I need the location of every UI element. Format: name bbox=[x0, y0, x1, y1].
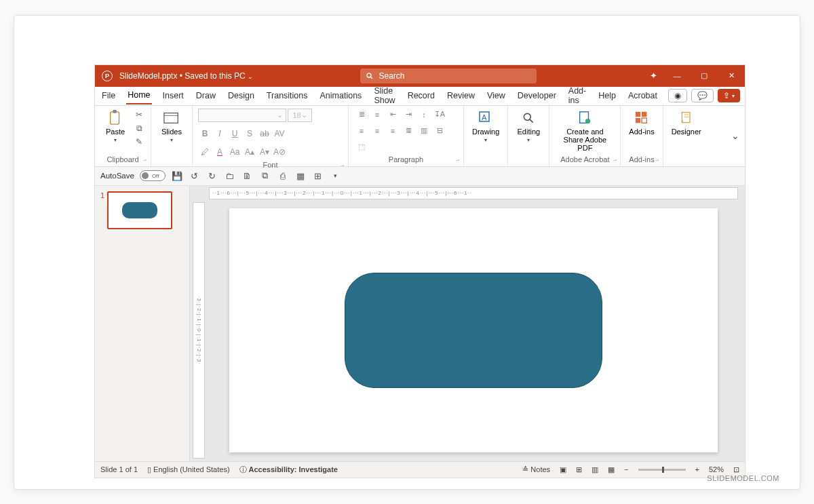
bullets-button[interactable]: ≣ bbox=[354, 109, 369, 121]
rounded-rectangle-shape[interactable] bbox=[345, 273, 602, 388]
search-box[interactable]: Search bbox=[360, 69, 537, 83]
camera-button[interactable]: ◉ bbox=[668, 89, 687, 102]
svg-rect-15 bbox=[642, 118, 646, 123]
copy-button[interactable]: ⧉ bbox=[133, 122, 145, 134]
font-color-button[interactable]: A bbox=[213, 145, 227, 159]
search-icon bbox=[366, 72, 374, 80]
designer-button[interactable]: Designer bbox=[669, 109, 704, 137]
highlight-button[interactable]: 🖊 bbox=[198, 145, 212, 159]
justify-button[interactable]: ≣ bbox=[401, 125, 416, 137]
slide-counter[interactable]: Slide 1 of 1 bbox=[100, 465, 138, 473]
accessibility-indicator[interactable]: ⓘAccessibility: Investigate bbox=[239, 465, 338, 475]
indent-dec-button[interactable]: ⇤ bbox=[385, 109, 400, 121]
shadow-button[interactable]: S bbox=[243, 127, 256, 140]
reading-view-button[interactable]: ▥ bbox=[592, 465, 598, 474]
addins-button[interactable]: Add-ins bbox=[626, 109, 657, 137]
save-button[interactable]: 💾 bbox=[171, 170, 183, 182]
changecase-button[interactable]: Aa bbox=[228, 145, 241, 159]
vertical-ruler[interactable]: ·3·|·2·|·1·|·0·|·1·|·2·|·3· bbox=[193, 202, 205, 459]
text-direction-button[interactable]: ↧A bbox=[432, 109, 447, 121]
search-placeholder: Search bbox=[379, 71, 405, 81]
convert-smartart-button[interactable]: ⬚ bbox=[354, 141, 369, 153]
paste-icon bbox=[107, 110, 123, 126]
copilot-icon[interactable]: ✦ bbox=[643, 71, 663, 81]
undo-button[interactable]: ↺ bbox=[189, 170, 201, 182]
document-title[interactable]: SlideModel.pptx • Saved to this PC ⌄ bbox=[119, 71, 253, 81]
qat-open-button[interactable]: 🗀 bbox=[224, 170, 236, 182]
svg-line-9 bbox=[530, 119, 533, 123]
paste-button[interactable]: Paste ▾ bbox=[100, 109, 130, 144]
tab-record[interactable]: Record bbox=[406, 88, 436, 104]
close-button[interactable]: ✕ bbox=[718, 65, 745, 87]
align-left-button[interactable]: ≡ bbox=[354, 125, 369, 137]
underline-button[interactable]: U bbox=[228, 127, 241, 140]
qat-new-button[interactable]: 🗎 bbox=[241, 170, 254, 182]
app-icon: P bbox=[102, 71, 113, 81]
qat-print-button[interactable]: ⎙ bbox=[277, 170, 289, 182]
tab-home[interactable]: Home bbox=[126, 87, 151, 104]
columns-button[interactable]: ▥ bbox=[416, 125, 431, 137]
redo-button[interactable]: ↻ bbox=[206, 170, 218, 182]
slide-thumbnails-panel[interactable]: 1 bbox=[95, 186, 190, 461]
fit-window-button[interactable]: ⊡ bbox=[733, 465, 739, 474]
numbering-button[interactable]: ≡ bbox=[370, 109, 385, 121]
minimize-button[interactable]: ― bbox=[663, 65, 691, 87]
slide-thumbnail-1[interactable] bbox=[107, 191, 172, 229]
svg-text:A: A bbox=[482, 113, 487, 121]
create-pdf-button[interactable]: Create and Share Adobe PDF bbox=[555, 109, 615, 153]
strike-button[interactable]: ab bbox=[258, 127, 271, 140]
collapse-ribbon-button[interactable]: ⌄ bbox=[731, 130, 745, 141]
zoom-level[interactable]: 52% bbox=[709, 465, 724, 473]
format-painter-button[interactable]: ✎ bbox=[133, 136, 145, 148]
qat-more-button[interactable]: ▾ bbox=[330, 170, 342, 182]
language-indicator[interactable]: ▯English (United States) bbox=[147, 465, 230, 474]
qat-present-button[interactable]: ▦ bbox=[294, 170, 307, 182]
tab-developer[interactable]: Developer bbox=[516, 88, 558, 104]
editing-button[interactable]: Editing ▾ bbox=[513, 109, 543, 144]
qat-touch-button[interactable]: ⊞ bbox=[312, 170, 324, 182]
tab-addins[interactable]: Add-ins bbox=[567, 83, 587, 109]
qat-copy-button[interactable]: ⧉ bbox=[259, 170, 271, 182]
font-size-select[interactable]: 18 ⌄ bbox=[288, 109, 312, 122]
maximize-button[interactable]: ▢ bbox=[691, 65, 718, 87]
align-center-button[interactable]: ≡ bbox=[370, 125, 385, 137]
align-right-button[interactable]: ≡ bbox=[385, 125, 400, 137]
horizontal-ruler[interactable]: ··1···6···|···5···|···4···|···3···|···2·… bbox=[209, 187, 738, 199]
tab-slideshow[interactable]: Slide Show bbox=[372, 83, 396, 109]
drawing-button[interactable]: A Drawing ▾ bbox=[469, 109, 502, 144]
indent-inc-button[interactable]: ⇥ bbox=[401, 109, 416, 121]
tab-file[interactable]: File bbox=[100, 88, 117, 104]
zoom-in-button[interactable]: + bbox=[695, 465, 699, 473]
zoom-out-button[interactable]: − bbox=[624, 465, 628, 473]
clear-format-button[interactable]: A⊘ bbox=[273, 145, 286, 159]
notes-button[interactable]: ≙Notes bbox=[522, 465, 550, 474]
slideshow-view-button[interactable]: ▦ bbox=[608, 465, 615, 474]
slide-canvas[interactable] bbox=[229, 208, 718, 452]
share-button[interactable]: ⇪▾ bbox=[718, 89, 740, 102]
normal-view-button[interactable]: ▣ bbox=[560, 465, 566, 474]
zoom-slider[interactable] bbox=[638, 469, 686, 471]
italic-button[interactable]: I bbox=[213, 127, 227, 140]
tab-draw[interactable]: Draw bbox=[195, 88, 217, 104]
comments-button[interactable]: 💬 bbox=[691, 89, 714, 102]
autosave-toggle[interactable]: Off bbox=[140, 170, 166, 181]
spacing-button[interactable]: AV bbox=[273, 127, 286, 140]
tab-acrobat[interactable]: Acrobat bbox=[627, 88, 659, 104]
tab-help[interactable]: Help bbox=[597, 88, 617, 104]
align-text-button[interactable]: ⊟ bbox=[432, 125, 447, 137]
font-name-select[interactable]: ⌄ bbox=[198, 109, 286, 122]
line-spacing-button[interactable]: ↕ bbox=[416, 109, 431, 121]
slides-button[interactable]: Slides ▾ bbox=[157, 109, 187, 144]
tab-insert[interactable]: Insert bbox=[161, 88, 185, 104]
accessibility-icon: ⓘ bbox=[239, 465, 247, 475]
tab-design[interactable]: Design bbox=[227, 88, 256, 104]
tab-view[interactable]: View bbox=[486, 88, 507, 104]
grow-font-button[interactable]: A▴ bbox=[243, 145, 256, 159]
tab-transitions[interactable]: Transitions bbox=[265, 88, 309, 104]
tab-animations[interactable]: Animations bbox=[319, 88, 364, 104]
tab-review[interactable]: Review bbox=[446, 88, 476, 104]
shrink-font-button[interactable]: A▾ bbox=[258, 145, 271, 159]
sorter-view-button[interactable]: ⊞ bbox=[576, 465, 582, 474]
cut-button[interactable]: ✂ bbox=[133, 109, 145, 121]
bold-button[interactable]: B bbox=[198, 127, 212, 140]
